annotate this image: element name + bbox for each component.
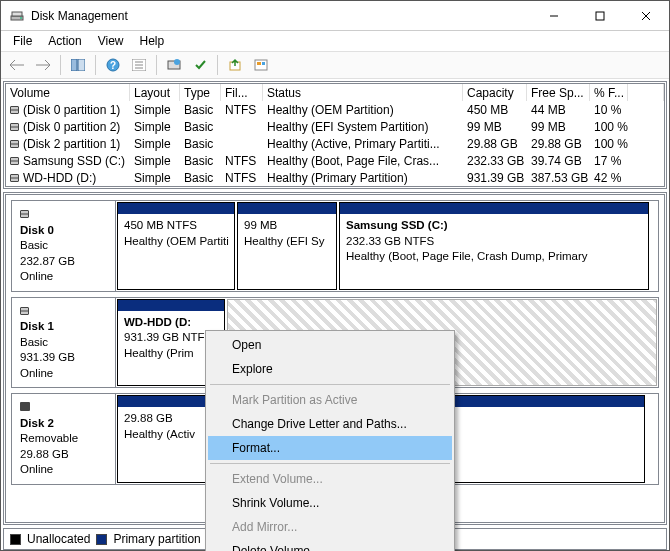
app-icon — [9, 8, 25, 24]
disk-name: Disk 2 — [20, 416, 107, 432]
disk-management-window: Disk Management File Action View Help ? … — [0, 0, 670, 551]
partition-status: Healthy (Activ — [124, 428, 195, 440]
svg-rect-2 — [12, 12, 22, 16]
disk-type: Removable — [20, 432, 78, 444]
view-icon[interactable] — [66, 53, 90, 77]
context-menu-item: Mark Partition as Active — [208, 388, 452, 412]
disk-label[interactable]: Disk 1Basic931.39 GBOnline — [12, 298, 116, 388]
help-button[interactable]: ? — [101, 53, 125, 77]
titlebar[interactable]: Disk Management — [1, 1, 669, 31]
disk-icon — [10, 174, 19, 182]
maximize-button[interactable] — [577, 1, 623, 31]
disk-label[interactable]: Disk 0Basic232.87 GBOnline — [12, 201, 116, 291]
svg-rect-4 — [596, 12, 604, 20]
col-capacity[interactable]: Capacity — [463, 84, 527, 101]
col-type[interactable]: Type — [180, 84, 221, 101]
volume-type: Basic — [180, 169, 221, 186]
partition[interactable]: Samsung SSD (C:)232.33 GB NTFSHealthy (B… — [339, 202, 649, 290]
action-icon-2[interactable] — [249, 53, 273, 77]
volume-status: Healthy (Boot, Page File, Cras... — [263, 152, 463, 169]
partition-body: 99 MBHealthy (EFI Sy — [238, 214, 336, 289]
col-filler — [628, 84, 664, 101]
menu-action[interactable]: Action — [40, 32, 89, 50]
volume-type: Basic — [180, 152, 221, 169]
partition-header — [340, 203, 648, 214]
refresh-button[interactable] — [162, 53, 186, 77]
volume-name: (Disk 0 partition 2) — [23, 120, 120, 134]
volume-fs: NTFS — [221, 169, 263, 186]
svg-rect-7 — [71, 59, 77, 71]
volume-percentfree: 17 % — [590, 152, 628, 169]
context-menu-item[interactable]: Change Drive Letter and Paths... — [208, 412, 452, 436]
partition-title: WD-HDD (D: — [124, 316, 191, 328]
volume-status: Healthy (OEM Partition) — [263, 101, 463, 118]
disk-state: Online — [20, 367, 53, 379]
partition-status: Healthy (OEM Partiti — [124, 235, 229, 247]
col-filesystem[interactable]: Fil... — [221, 84, 263, 101]
partition-size: 232.33 GB NTFS — [346, 235, 434, 247]
volume-type: Basic — [180, 101, 221, 118]
volume-percentfree: 10 % — [590, 101, 628, 118]
volume-fs — [221, 118, 263, 135]
col-freespace[interactable]: Free Sp... — [527, 84, 590, 101]
legend-label-unallocated: Unallocated — [27, 532, 90, 546]
context-menu-item[interactable]: Open — [208, 333, 452, 357]
partition-size: 99 MB — [244, 219, 277, 231]
disk-label[interactable]: Disk 2Removable29.88 GBOnline — [12, 394, 116, 484]
col-percentfree[interactable]: % F... — [590, 84, 628, 101]
context-menu[interactable]: OpenExploreMark Partition as ActiveChang… — [205, 330, 455, 551]
disk-name: Disk 0 — [20, 223, 107, 239]
partition-header — [118, 300, 224, 311]
menu-separator — [210, 384, 450, 385]
volume-row[interactable]: (Disk 2 partition 1)SimpleBasicHealthy (… — [6, 135, 664, 152]
context-menu-item[interactable]: Format... — [208, 436, 452, 460]
svg-text:?: ? — [110, 60, 116, 71]
volume-table: Volume Layout Type Fil... Status Capacit… — [5, 83, 665, 187]
col-status[interactable]: Status — [263, 84, 463, 101]
close-button[interactable] — [623, 1, 669, 31]
volume-table-header: Volume Layout Type Fil... Status Capacit… — [6, 84, 664, 101]
menu-separator — [210, 463, 450, 464]
menu-file[interactable]: File — [5, 32, 40, 50]
volume-row[interactable]: Samsung SSD (C:)SimpleBasicNTFSHealthy (… — [6, 152, 664, 169]
volume-row[interactable]: (Disk 0 partition 1)SimpleBasicNTFSHealt… — [6, 101, 664, 118]
context-menu-item[interactable]: Shrink Volume... — [208, 491, 452, 515]
action-icon-1[interactable] — [223, 53, 247, 77]
volume-row[interactable]: WD-HDD (D:)SimpleBasicNTFSHealthy (Prima… — [6, 169, 664, 186]
svg-point-1 — [20, 17, 22, 19]
col-layout[interactable]: Layout — [130, 84, 180, 101]
volume-status: Healthy (Primary Partition) — [263, 169, 463, 186]
menu-view[interactable]: View — [90, 32, 132, 50]
volume-status: Healthy (Active, Primary Partiti... — [263, 135, 463, 152]
col-volume[interactable]: Volume — [6, 84, 130, 101]
volume-capacity: 450 MB — [463, 101, 527, 118]
disk-icon — [10, 106, 19, 114]
disk-icon — [10, 157, 19, 165]
volume-type: Basic — [180, 118, 221, 135]
context-menu-item[interactable]: Explore — [208, 357, 452, 381]
volume-freespace: 387.53 GB — [527, 169, 590, 186]
disk-size: 931.39 GB — [20, 351, 75, 363]
volume-freespace: 44 MB — [527, 101, 590, 118]
volume-name: Samsung SSD (C:) — [23, 154, 125, 168]
volume-layout: Simple — [130, 152, 180, 169]
context-menu-item[interactable]: Delete Volume... — [208, 539, 452, 551]
partition[interactable]: 99 MBHealthy (EFI Sy — [237, 202, 337, 290]
menu-help[interactable]: Help — [132, 32, 173, 50]
volume-status: Healthy (EFI System Partition) — [263, 118, 463, 135]
minimize-button[interactable] — [531, 1, 577, 31]
partition[interactable]: 450 MB NTFSHealthy (OEM Partiti — [117, 202, 235, 290]
volume-fs: NTFS — [221, 101, 263, 118]
volume-freespace: 39.74 GB — [527, 152, 590, 169]
disk-icon — [20, 210, 29, 218]
forward-button[interactable] — [31, 53, 55, 77]
back-button[interactable] — [5, 53, 29, 77]
svg-point-16 — [174, 59, 180, 65]
settings-icon[interactable] — [127, 53, 151, 77]
disk-size: 232.87 GB — [20, 255, 75, 267]
partition-header — [238, 203, 336, 214]
disk-block: Disk 0Basic232.87 GBOnline450 MB NTFSHea… — [11, 200, 659, 292]
volume-row[interactable]: (Disk 0 partition 2)SimpleBasicHealthy (… — [6, 118, 664, 135]
commit-button[interactable] — [188, 53, 212, 77]
partition-size: 29.88 GB — [124, 412, 173, 424]
